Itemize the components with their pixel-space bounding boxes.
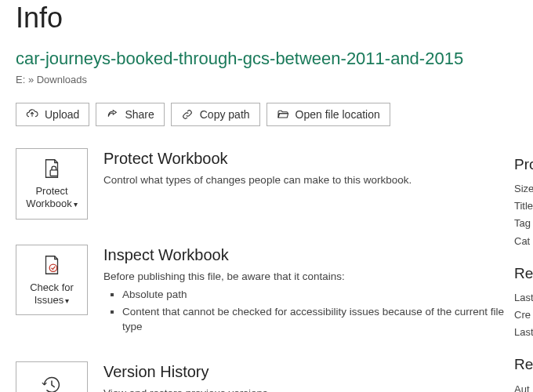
version-description: View and restore previous versions. xyxy=(103,386,517,392)
prop-created-label: Cre xyxy=(514,307,533,324)
version-history-button[interactable]: Version xyxy=(16,361,88,392)
inspect-heading: Inspect Workbook xyxy=(103,246,517,264)
check-document-icon xyxy=(40,253,63,277)
properties-heading: Pro xyxy=(514,152,533,177)
share-label: Share xyxy=(125,108,154,121)
link-icon xyxy=(181,108,194,121)
file-name: car-journeys-booked-through-gcs-between-… xyxy=(16,49,517,69)
related-people-heading: Rel xyxy=(514,352,533,377)
breadcrumb: E: » Downloads xyxy=(16,74,517,85)
folder-open-icon xyxy=(277,108,289,121)
svg-point-1 xyxy=(49,264,56,271)
upload-button[interactable]: Upload xyxy=(16,103,89,126)
inspect-item: Content that cannot be checked for acces… xyxy=(122,304,517,335)
copy-path-label: Copy path xyxy=(200,108,250,121)
protect-workbook-button[interactable]: Protect Workbook▾ xyxy=(16,148,88,220)
prop-title-label: Title xyxy=(514,198,533,215)
prop-size-label: Size xyxy=(514,180,533,198)
prop-last-printed-label: Last xyxy=(514,324,533,341)
inspect-item: Absolute path xyxy=(122,287,517,303)
cloud-upload-icon xyxy=(26,108,38,121)
related-dates-heading: Rel xyxy=(514,261,533,286)
check-for-issues-button[interactable]: Check for Issues▾ xyxy=(16,245,88,316)
page-title: Info xyxy=(16,2,517,34)
history-icon xyxy=(40,373,63,392)
lock-document-icon xyxy=(40,157,63,180)
protect-description: Control what types of changes people can… xyxy=(103,172,517,188)
share-icon xyxy=(106,108,118,121)
version-section: Version Version History View and restore… xyxy=(16,361,517,392)
version-heading: Version History xyxy=(103,363,517,381)
protect-workbook-button-label: Protect Workbook▾ xyxy=(20,185,84,211)
protect-heading: Protect Workbook xyxy=(103,150,517,168)
prop-last-modified-label: Last xyxy=(514,289,533,307)
svg-rect-0 xyxy=(50,170,57,176)
properties-panel: Pro Size Title Tag Cat Rel Last Cre Last… xyxy=(514,152,533,392)
inspect-description: Before publishing this file, be aware th… xyxy=(103,269,517,335)
open-file-location-label: Open file location xyxy=(296,108,380,121)
copy-path-button[interactable]: Copy path xyxy=(171,103,260,126)
open-file-location-button[interactable]: Open file location xyxy=(266,103,390,126)
prop-author-label: Aut xyxy=(514,381,533,392)
inspect-section: Check for Issues▾ Inspect Workbook Befor… xyxy=(16,245,517,336)
check-for-issues-button-label: Check for Issues▾ xyxy=(20,281,84,307)
protect-section: Protect Workbook▾ Protect Workbook Contr… xyxy=(16,148,517,220)
action-bar: Upload Share Copy path Open file locatio… xyxy=(16,103,517,126)
prop-tags-label: Tag xyxy=(514,215,533,232)
prop-categories-label: Cat xyxy=(514,233,533,250)
upload-label: Upload xyxy=(45,108,79,121)
share-button[interactable]: Share xyxy=(96,103,164,126)
